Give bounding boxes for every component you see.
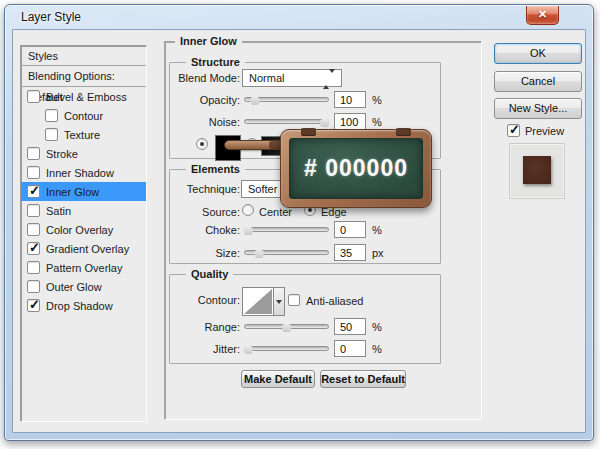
gradient-overlay-checkbox[interactable]: ✓ (27, 242, 40, 255)
range-slider-thumb[interactable] (281, 322, 292, 332)
sidebar-item-label: Stroke (46, 148, 78, 160)
sidebar-item-label: Outer Glow (46, 281, 102, 293)
range-label: Range: (165, 321, 240, 333)
contour-checkbox[interactable] (45, 109, 58, 122)
styles-sidebar: Styles Blending Options: Default Bevel &… (20, 45, 147, 422)
panel-title: Inner Glow (175, 35, 242, 47)
color-tooltip-chalkboard: # 000000 (280, 129, 432, 208)
structure-legend: Structure (186, 56, 245, 68)
inner-shadow-checkbox[interactable] (27, 166, 40, 179)
size-slider[interactable] (244, 250, 329, 255)
sidebar-item-label: Drop Shadow (46, 300, 113, 312)
satin-checkbox[interactable] (27, 204, 40, 217)
blend-mode-label: Blend Mode: (165, 72, 240, 84)
source-center-radio[interactable] (242, 204, 254, 216)
blend-mode-value: Normal (249, 72, 284, 84)
cancel-button[interactable]: Cancel (494, 71, 582, 92)
anti-aliased-checkbox[interactable] (288, 294, 300, 306)
sidebar-item-bevel-emboss[interactable]: Bevel & Emboss (21, 87, 146, 106)
sidebar-item-stroke[interactable]: Stroke (21, 144, 146, 163)
size-slider-thumb[interactable] (254, 248, 265, 258)
chalkboard-mount-icon (396, 128, 411, 136)
outer-glow-checkbox[interactable] (27, 280, 40, 293)
inner-glow-panel: Inner Glow Structure Elements Quality Bl… (164, 41, 482, 420)
opacity-slider[interactable] (244, 97, 329, 102)
sidebar-item-inner-shadow[interactable]: Inner Shadow (21, 163, 146, 182)
range-slider[interactable] (244, 324, 329, 329)
opacity-input[interactable] (334, 91, 366, 108)
close-icon[interactable]: ✕ (526, 6, 559, 25)
choke-slider[interactable] (244, 227, 329, 232)
noise-slider[interactable] (244, 119, 329, 124)
stroke-checkbox[interactable] (27, 147, 40, 160)
sidebar-item-label: Pattern Overlay (46, 262, 122, 274)
sidebar-header: Styles (21, 46, 146, 66)
updown-arrows-icon (323, 73, 335, 85)
texture-checkbox[interactable] (45, 128, 58, 141)
choke-input[interactable] (334, 221, 366, 238)
choke-label: Choke: (165, 224, 240, 236)
contour-shape-icon (244, 289, 272, 314)
size-input[interactable] (334, 244, 366, 261)
noise-unit: % (372, 116, 382, 128)
sidebar-item-label: Texture (64, 129, 100, 141)
preview-thumbnail (523, 156, 551, 184)
color-radio[interactable] (196, 138, 208, 150)
elements-legend: Elements (186, 163, 245, 175)
technique-value: Softer (248, 183, 277, 195)
sidebar-item-texture[interactable]: Texture (21, 125, 146, 144)
contour-label: Contour: (165, 294, 240, 306)
preview-checkbox[interactable]: ✓ (507, 124, 520, 137)
color-overlay-checkbox[interactable] (27, 223, 40, 236)
size-unit: px (372, 247, 384, 259)
sidebar-item-blending-options[interactable]: Blending Options: Default (21, 66, 146, 87)
opacity-label: Opacity: (165, 94, 240, 106)
make-default-button[interactable]: Make Default (241, 370, 315, 388)
reset-to-default-button[interactable]: Reset to Default (320, 370, 406, 388)
sidebar-item-color-overlay[interactable]: Color Overlay (21, 220, 146, 239)
inner-glow-checkbox[interactable]: ✓ (27, 185, 40, 198)
sidebar-item-label: Inner Shadow (46, 167, 114, 179)
window-title: Layer Style (21, 10, 81, 24)
dialog-body: Styles Blending Options: Default Bevel &… (12, 29, 586, 433)
sidebar-item-gradient-overlay[interactable]: ✓ Gradient Overlay (21, 239, 146, 258)
pattern-overlay-checkbox[interactable] (27, 261, 40, 274)
sidebar-item-label: Satin (46, 205, 71, 217)
color-hex-value: # 000000 (304, 155, 408, 182)
sidebar-item-label: Bevel & Emboss (46, 91, 127, 103)
sidebar-item-satin[interactable]: Satin (21, 201, 146, 220)
jitter-slider[interactable] (244, 346, 329, 351)
sidebar-item-label: Gradient Overlay (46, 243, 129, 255)
noise-label: Noise: (165, 116, 240, 128)
technique-label: Technique: (165, 183, 240, 195)
contour-picker[interactable] (242, 287, 274, 316)
titlebar[interactable]: Layer Style ✕ (5, 5, 593, 29)
blend-mode-dropdown[interactable]: Normal (242, 69, 342, 87)
sidebar-item-drop-shadow[interactable]: ✓ Drop Shadow (21, 296, 146, 315)
jitter-input[interactable] (334, 340, 366, 357)
choke-slider-thumb[interactable] (243, 225, 254, 235)
contour-dropdown-arrow[interactable] (274, 287, 285, 316)
jitter-label: Jitter: (165, 343, 240, 355)
ok-button[interactable]: OK (494, 43, 582, 64)
sidebar-item-contour[interactable]: Contour (21, 106, 146, 125)
layer-style-dialog: Layer Style ✕ Styles Blending Options: D… (4, 4, 594, 441)
new-style-button[interactable]: New Style... (494, 98, 582, 119)
drop-shadow-checkbox[interactable]: ✓ (27, 299, 40, 312)
sidebar-item-inner-glow[interactable]: ✓ Inner Glow (21, 182, 146, 201)
chalkboard-mount-icon (301, 128, 316, 136)
jitter-slider-thumb[interactable] (243, 344, 254, 354)
sidebar-item-outer-glow[interactable]: Outer Glow (21, 277, 146, 296)
sidebar-item-pattern-overlay[interactable]: Pattern Overlay (21, 258, 146, 277)
range-input[interactable] (334, 318, 366, 335)
noise-input[interactable] (334, 113, 366, 130)
source-label: Source: (165, 206, 240, 218)
jitter-unit: % (372, 343, 382, 355)
opacity-slider-thumb[interactable] (249, 95, 260, 105)
sidebar-item-label: Contour (64, 110, 103, 122)
choke-unit: % (372, 224, 382, 236)
sidebar-item-label: Color Overlay (46, 224, 113, 236)
size-label: Size: (165, 247, 240, 259)
bevel-emboss-checkbox[interactable] (27, 90, 40, 103)
quality-legend: Quality (186, 268, 233, 280)
